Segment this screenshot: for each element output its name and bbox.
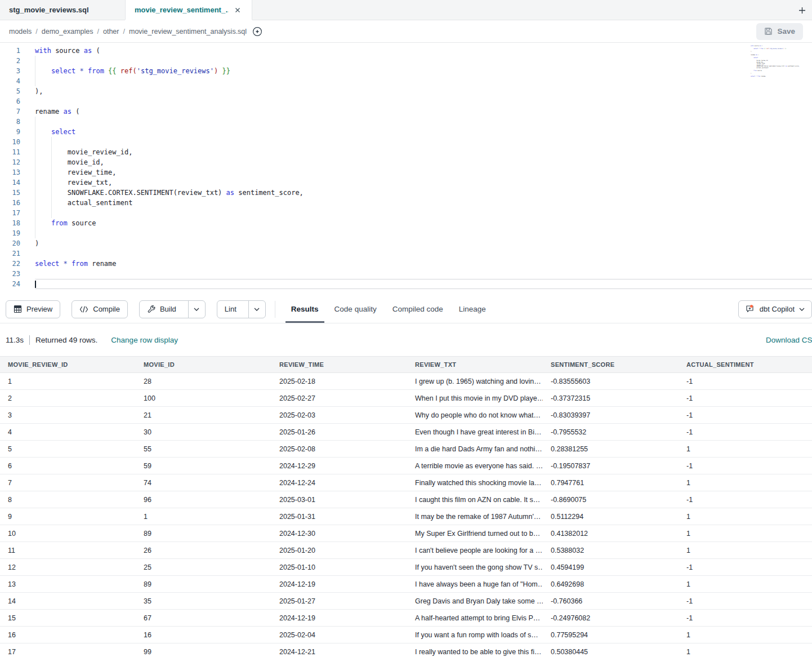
cell-review_time: 2025-01-26 (271, 424, 407, 441)
results-view-tab-compiled-code[interactable]: Compiled code (385, 295, 451, 323)
save-label: Save (777, 27, 795, 35)
copilot-circle-icon[interactable] (252, 26, 262, 37)
tab-stg-movie-reviews[interactable]: stg_movie_reviews.sql (0, 0, 125, 20)
cell-actual_sentiment: -1 (679, 559, 812, 576)
cell-movie_review_id: 10 (0, 525, 136, 542)
breadcrumb-segment[interactable]: demo_examples (42, 28, 93, 35)
cell-movie_id: 99 (136, 643, 271, 657)
cell-movie_review_id: 7 (0, 474, 136, 491)
table-row: 14352025-01-27Greg Davis and Bryan Daly … (0, 593, 812, 610)
results-view-tab-lineage[interactable]: Lineage (451, 295, 494, 323)
indent-guide (35, 218, 35, 228)
cell-movie_id: 25 (136, 559, 271, 576)
wrench-icon (147, 305, 155, 313)
breadcrumb-segment[interactable]: movie_review_sentiment_analysis.sql (129, 28, 247, 35)
cell-review_txt: I can't believe people are looking for a… (407, 542, 543, 559)
dbt-copilot-button[interactable]: dbt Copilot (738, 300, 812, 318)
indent-guide (35, 137, 35, 147)
cell-actual_sentiment: 1 (679, 542, 812, 559)
results-view-tab-results[interactable]: Results (283, 295, 327, 323)
table-row: 15672024-12-19A half-hearted attempt to … (0, 610, 812, 627)
cell-movie_id: 74 (136, 474, 271, 491)
cell-review_time: 2025-01-20 (271, 542, 407, 559)
cell-review_txt: If you want a fun romp with loads of s… (407, 627, 543, 643)
results-tab-strip: ResultsCode qualityCompiled codeLineage (283, 295, 494, 323)
cell-review_time: 2024-12-19 (271, 610, 407, 627)
code-line: from source (35, 218, 812, 228)
close-tab-icon[interactable] (233, 5, 243, 15)
change-row-display-link[interactable]: Change row display (111, 336, 178, 344)
cell-sentiment_score: 0.5388032 (543, 542, 679, 559)
cell-movie_id: 26 (136, 542, 271, 559)
expand-review-button[interactable] (542, 631, 543, 639)
code-line: movie_id, (35, 157, 812, 167)
code-line: select (35, 127, 812, 137)
cell-movie_id: 96 (136, 491, 271, 508)
lint-button[interactable]: Lint (217, 301, 244, 318)
line-number: 10 (0, 137, 20, 147)
save-button[interactable]: Save (756, 23, 803, 40)
indent-guide (51, 208, 52, 218)
review-text: Greg Davis and Bryan Daly take some … (415, 597, 543, 605)
cell-review_time: 2024-12-29 (271, 458, 407, 474)
table-row: 912025-01-31It may be the remake of 1987… (0, 508, 812, 525)
code-line: movie_review_id, (35, 147, 812, 157)
chevron-down-icon (254, 308, 260, 311)
column-header: REVIEW_TIME (271, 357, 407, 373)
review-text: I grew up (b. 1965) watching and lovin… (415, 378, 541, 385)
code-line: review_time, (35, 167, 812, 177)
cell-movie_id: 16 (136, 627, 271, 643)
results-meta-row: 11.3s Returned 49 rows. Change row displ… (0, 323, 812, 356)
line-number: 5 (0, 86, 20, 96)
review-text: A half-hearted attempt to bring Elvis P… (415, 614, 540, 622)
cell-movie_review_id: 14 (0, 593, 136, 610)
table-row: 6592024-12-29A terrible movie as everyon… (0, 458, 812, 474)
cell-movie_review_id: 3 (0, 407, 136, 424)
line-number: 20 (0, 238, 20, 248)
code-line: ) (35, 238, 812, 248)
review-text: I really wanted to be able to give this … (415, 648, 541, 656)
indent-guide (35, 167, 35, 177)
compile-button[interactable]: Compile (72, 300, 128, 318)
build-dropdown[interactable] (188, 301, 205, 318)
cell-review_time: 2024-12-21 (271, 643, 407, 657)
results-view-tab-code-quality[interactable]: Code quality (327, 295, 385, 323)
new-tab-button[interactable] (792, 0, 812, 20)
download-csv-link[interactable]: Download CSV (766, 336, 812, 344)
line-number: 6 (0, 96, 20, 106)
cell-sentiment_score: -0.7955532 (543, 424, 679, 441)
breadcrumb-segment[interactable]: models (9, 28, 32, 35)
review-text: It may be the remake of 1987 Autumn'… (415, 513, 541, 521)
cell-movie_id: 67 (136, 610, 271, 627)
breadcrumb-separator: / (123, 28, 124, 35)
breadcrumb-segment[interactable]: other (103, 28, 119, 35)
cell-sentiment_score: -0.24976082 (543, 610, 679, 627)
cell-movie_id: 35 (136, 593, 271, 610)
preview-label: Preview (26, 305, 52, 313)
code-line (35, 137, 812, 147)
cell-movie_review_id: 2 (0, 390, 136, 407)
cell-review_txt: A terrible movie as everyone has said. … (407, 458, 543, 474)
cell-review_txt: A half-hearted attempt to bring Elvis P… (407, 610, 543, 627)
line-number: 19 (0, 228, 20, 238)
line-number: 4 (0, 76, 20, 86)
cell-actual_sentiment: -1 (679, 407, 812, 424)
lint-dropdown[interactable] (248, 301, 265, 318)
cell-sentiment_score: 0.41382012 (543, 525, 679, 542)
code-area[interactable]: with source as ( select * from {{ ref('s… (25, 46, 812, 295)
code-line (35, 96, 812, 106)
build-button[interactable]: Build (140, 301, 184, 318)
preview-button[interactable]: Preview (6, 300, 60, 318)
cell-movie_review_id: 8 (0, 491, 136, 508)
file-path-bar: models/demo_examples/other/movie_review_… (0, 20, 812, 43)
editor-minimap[interactable]: with source as ( select * from {{ ref('s… (749, 45, 812, 82)
plus-icon (798, 7, 806, 14)
line-number: 23 (0, 269, 20, 279)
cell-actual_sentiment: -1 (679, 593, 812, 610)
cell-movie_review_id: 17 (0, 643, 136, 657)
cell-sentiment_score: 0.50380445 (543, 643, 679, 657)
table-row: 12252025-01-10If you haven't seen the go… (0, 559, 812, 576)
review-text: I have always been a huge fan of "Hom… (415, 580, 543, 588)
cell-actual_sentiment: -1 (679, 610, 812, 627)
tab-movie-review-sentiment-analysis[interactable]: movie_review_sentiment_… (125, 0, 252, 20)
